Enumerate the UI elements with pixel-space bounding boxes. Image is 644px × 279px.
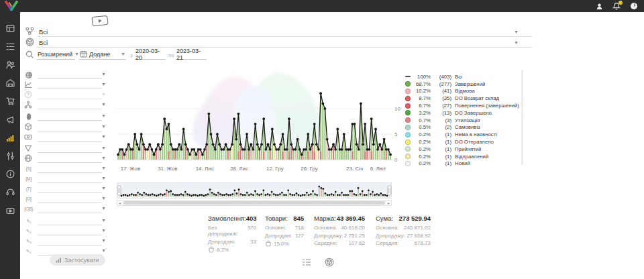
- support-icon: [6, 188, 15, 197]
- date-from-input[interactable]: 2020-03-20: [135, 49, 166, 60]
- stat-sub-label: Основна:: [314, 225, 337, 231]
- panel-filter-person[interactable]: ▼: [21, 112, 106, 121]
- legend-item-0[interactable]: 100%(403)Всі: [405, 73, 521, 80]
- search-icon: [25, 50, 34, 59]
- legend-count: (1): [434, 160, 451, 166]
- category-tree-icon: [25, 27, 34, 36]
- legend-item-11[interactable]: 0.2%(1)Відправлений: [405, 153, 521, 160]
- legend-item-5[interactable]: 3.2%(13)DO Завершено: [405, 109, 521, 117]
- brand-logo-icon[interactable]: [4, 1, 19, 11]
- scroll-right-icon[interactable]: ▸: [388, 201, 390, 206]
- sidebar-item-purchases[interactable]: [0, 93, 20, 109]
- panel-filter-field[interactable]: [38, 164, 102, 173]
- navigator-thumb[interactable]: [123, 201, 385, 205]
- person-icon: [24, 112, 33, 121]
- var-ob-icon: {OB}: [24, 205, 33, 213]
- apply-button[interactable]: Застосувати: [50, 254, 105, 266]
- product-globe-icon[interactable]: [325, 258, 334, 267]
- product-filter-value: Всі: [39, 39, 48, 46]
- panel-filter-funnel[interactable]: ▼: [21, 144, 106, 154]
- legend-item-4[interactable]: 6.7%(27)Повернення (завершений): [405, 102, 521, 109]
- legend-percent: 0.2%: [413, 139, 431, 145]
- navigator-scrollbar[interactable]: ◂ ▸: [117, 200, 392, 206]
- panel-filter-globe[interactable]: ▼: [21, 154, 106, 164]
- sidebar-item-clients[interactable]: [0, 56, 20, 72]
- panel-filter-field[interactable]: [38, 184, 102, 193]
- sidebar-item-statistics[interactable]: [0, 129, 20, 146]
- sidebar-item-video-tutorials[interactable]: [0, 203, 20, 219]
- legend-item-6[interactable]: 0.7%(3)Утилізація: [405, 117, 521, 124]
- panel-filter-var-s[interactable]: {S}▼: [21, 164, 106, 174]
- chart-scrollbar[interactable]: [521, 70, 523, 165]
- panel-filter-pencil-1[interactable]: ✎₁▼: [21, 217, 106, 226]
- panel-filter-var-ob[interactable]: {OB}▼: [21, 205, 106, 214]
- panel-filter-field[interactable]: [38, 133, 102, 142]
- sidebar-item-integrations[interactable]: [0, 148, 20, 164]
- warehouse-icon: [6, 78, 15, 87]
- sidebar-item-dashboard[interactable]: [0, 20, 20, 36]
- legend-label: Всі: [455, 74, 462, 80]
- chevron-down-icon: ▼: [101, 166, 106, 170]
- panel-filter-field[interactable]: [38, 70, 102, 79]
- panel-filter-product-box[interactable]: ▼: [21, 123, 106, 132]
- legend-percent: 0.5%: [413, 124, 431, 130]
- date-field-select[interactable]: 17 Додане ▼: [79, 49, 126, 60]
- panel-filter-payment[interactable]: ▼: [21, 133, 106, 142]
- sidebar-item-warehouse[interactable]: [0, 75, 20, 91]
- sidebar-item-marketing[interactable]: [0, 111, 20, 127]
- notifications-bell-icon[interactable]: [612, 1, 621, 11]
- panel-filter-var-t[interactable]: {T}▼: [21, 184, 106, 194]
- main-chart[interactable]: [117, 67, 392, 162]
- panel-filter-field[interactable]: [38, 174, 102, 183]
- panel-filter-field[interactable]: [38, 144, 102, 153]
- panel-filter-var-o[interactable]: {O}▼: [21, 194, 106, 204]
- scroll-left-icon[interactable]: ◂: [119, 201, 121, 206]
- legend-item-2[interactable]: 10.2%(41)Відмова: [405, 88, 521, 95]
- legend-item-8[interactable]: 0.2%(1)Нема в наявності: [405, 131, 521, 138]
- panel-filter-field[interactable]: [38, 112, 102, 121]
- sidebar-item-support[interactable]: [0, 184, 20, 201]
- x-tick-label: 26. Гру: [301, 166, 318, 172]
- sidebar-item-info[interactable]: [0, 166, 20, 182]
- panel-filter-field[interactable]: [38, 80, 102, 89]
- panel-filter-pencil-3[interactable]: ✎₃▼: [21, 237, 106, 246]
- cloud-avatar-icon[interactable]: [629, 1, 639, 11]
- panel-filter-globe-filled[interactable]: ▼: [21, 70, 106, 80]
- panel-filter-field[interactable]: [38, 194, 102, 203]
- list-view-icon[interactable]: [302, 258, 311, 267]
- panel-filter-field[interactable]: [38, 227, 102, 235]
- chart-navigator[interactable]: [117, 182, 392, 199]
- panel-filter-field[interactable]: [38, 101, 102, 109]
- search-mode-select[interactable]: Розширений ▼: [37, 49, 75, 60]
- panel-filter-structure[interactable]: ▼: [21, 101, 106, 110]
- avatar-icon[interactable]: [594, 1, 604, 11]
- panel-filter-field[interactable]: [38, 205, 102, 213]
- stat-sub-label: Допродажу:: [376, 233, 405, 239]
- sidebar-item-orders[interactable]: [0, 38, 20, 54]
- legend-item-12[interactable]: 0.2%(1)Новий: [405, 160, 521, 168]
- panel-filter-pencil-2[interactable]: ✎₂▼: [21, 227, 106, 236]
- legend-label: DO Завершено: [455, 110, 492, 116]
- legend-item-1[interactable]: 68.7%(277)Завершений: [405, 80, 521, 88]
- panel-filter-var-m[interactable]: {M}▼: [21, 174, 106, 184]
- panel-filter-field[interactable]: [38, 123, 102, 131]
- x-tick-label: 14. Лис: [196, 166, 214, 172]
- panel-filter-field[interactable]: [38, 154, 102, 163]
- panel-filter-field[interactable]: [38, 217, 102, 225]
- legend-marker: [405, 132, 411, 137]
- legend-item-10[interactable]: 0.2%(1)Прийнятий: [405, 146, 521, 153]
- date-to-value: 2023-03-21: [176, 48, 206, 61]
- bag-icon: [208, 246, 215, 253]
- video-hint-icon[interactable]: [91, 15, 108, 26]
- legend-item-7[interactable]: 0.5%(2)Самовивіз: [405, 124, 521, 131]
- panel-filter-analytics[interactable]: ▼: [21, 80, 106, 90]
- legend-item-3[interactable]: 8.7%(35)DO Возврат склад: [405, 95, 521, 102]
- cart-icon: [6, 97, 15, 105]
- legend-marker: [405, 89, 411, 94]
- panel-filter-field[interactable]: [38, 237, 102, 245]
- legend-item-9[interactable]: 0.2%(1)DO Отправлено: [405, 138, 521, 146]
- legend-marker: [405, 76, 411, 77]
- legend-label: Самовивіз: [455, 124, 480, 130]
- date-to-input[interactable]: 2023-03-21: [176, 49, 207, 60]
- chevron-down-icon: ▼: [101, 186, 106, 190]
